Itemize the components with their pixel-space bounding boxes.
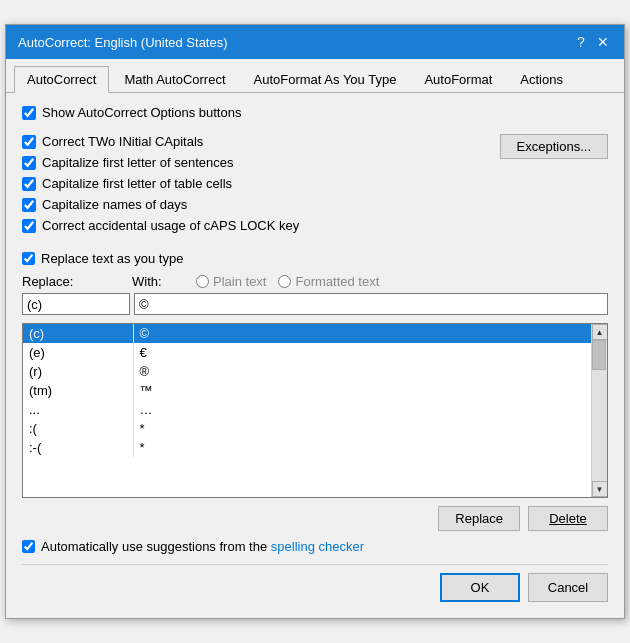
list-item[interactable]: :(* — [23, 419, 591, 438]
tab-autoformat-as-you-type[interactable]: AutoFormat As You Type — [241, 66, 410, 93]
tab-bar: AutoCorrect Math AutoCorrect AutoFormat … — [6, 59, 624, 93]
capitalize-table-cells-label[interactable]: Capitalize first letter of table cells — [42, 176, 232, 191]
tab-autoformat[interactable]: AutoFormat — [411, 66, 505, 93]
list-replace-cell: ... — [23, 400, 133, 419]
autocorrect-list-scroll[interactable]: (c)©(e)€(r)®(tm)™...…:(*:-(* — [23, 324, 591, 497]
autocorrect-dialog: AutoCorrect: English (United States) ? ✕… — [5, 24, 625, 619]
tab-math-autocorrect[interactable]: Math AutoCorrect — [111, 66, 238, 93]
help-button[interactable]: ? — [572, 33, 590, 51]
replace-text-label[interactable]: Replace text as you type — [41, 251, 183, 266]
tab-actions[interactable]: Actions — [507, 66, 576, 93]
left-checkboxes: Correct TWo INitial CApitals Capitalize … — [22, 134, 500, 239]
capitalize-days-label[interactable]: Capitalize names of days — [42, 197, 187, 212]
text-type-radio-group: Plain text Formatted text — [196, 274, 379, 289]
list-replace-cell: (c) — [23, 324, 133, 343]
correct-two-initial-label[interactable]: Correct TWo INitial CApitals — [42, 134, 203, 149]
replace-section: Replace text as you type Replace: With: … — [22, 251, 608, 315]
correct-two-initial-checkbox[interactable] — [22, 135, 36, 149]
plain-text-radio[interactable] — [196, 275, 209, 288]
list-replace-cell: (r) — [23, 362, 133, 381]
list-with-cell: * — [133, 419, 591, 438]
exceptions-button[interactable]: Exceptions... — [500, 134, 608, 159]
plain-text-option[interactable]: Plain text — [196, 274, 266, 289]
tab-autocorrect[interactable]: AutoCorrect — [14, 66, 109, 93]
formatted-text-option[interactable]: Formatted text — [278, 274, 379, 289]
scroll-track — [592, 340, 608, 481]
list-replace-cell: (e) — [23, 343, 133, 362]
list-replace-cell: :( — [23, 419, 133, 438]
replace-labels-row: Replace: With: Plain text Formatted text — [22, 274, 608, 289]
list-item[interactable]: (tm)™ — [23, 381, 591, 400]
list-item[interactable]: (r)® — [23, 362, 591, 381]
autocorrect-list-table: (c)©(e)€(r)®(tm)™...…:(*:-(* — [23, 324, 591, 457]
capitalize-sentences-row: Capitalize first letter of sentences — [22, 155, 500, 170]
capitalize-sentences-checkbox[interactable] — [22, 156, 36, 170]
list-replace-cell: (tm) — [23, 381, 133, 400]
list-with-cell: ™ — [133, 381, 591, 400]
capitalize-sentences-label[interactable]: Capitalize first letter of sentences — [42, 155, 233, 170]
exceptions-container: Exceptions... — [500, 134, 608, 159]
list-with-cell: © — [133, 324, 591, 343]
list-with-cell: € — [133, 343, 591, 362]
list-item[interactable]: ...… — [23, 400, 591, 419]
correct-caps-lock-row: Correct accidental usage of cAPS LOCK ke… — [22, 218, 500, 233]
replace-check-row: Replace text as you type — [22, 251, 608, 266]
bottom-buttons-row: OK Cancel — [22, 564, 608, 606]
list-with-cell: * — [133, 438, 591, 457]
list-replace-cell: :-( — [23, 438, 133, 457]
delete-button[interactable]: Delete — [528, 506, 608, 531]
show-autocorrect-checkbox[interactable] — [22, 106, 36, 120]
auto-suggest-row: Automatically use suggestions from the s… — [22, 539, 608, 554]
show-autocorrect-row: Show AutoCorrect Options buttons — [22, 105, 608, 120]
plain-text-label: Plain text — [213, 274, 266, 289]
title-bar: AutoCorrect: English (United States) ? ✕ — [6, 25, 624, 59]
list-item[interactable]: :-(* — [23, 438, 591, 457]
correct-two-initial-row: Correct TWo INitial CApitals — [22, 134, 500, 149]
cancel-button[interactable]: Cancel — [528, 573, 608, 602]
tab-content: Show AutoCorrect Options buttons Correct… — [6, 93, 624, 618]
replace-input[interactable] — [22, 293, 130, 315]
ok-button[interactable]: OK — [440, 573, 520, 602]
dialog-title: AutoCorrect: English (United States) — [18, 35, 228, 50]
list-item[interactable]: (e)€ — [23, 343, 591, 362]
scroll-thumb[interactable] — [592, 340, 606, 370]
scroll-down-button[interactable]: ▼ — [592, 481, 608, 497]
capitalize-days-row: Capitalize names of days — [22, 197, 500, 212]
scrollbar: ▲ ▼ — [591, 324, 607, 497]
replace-input-row — [22, 293, 608, 315]
list-with-cell: … — [133, 400, 591, 419]
correct-caps-lock-checkbox[interactable] — [22, 219, 36, 233]
scroll-up-button[interactable]: ▲ — [592, 324, 608, 340]
list-with-cell: ® — [133, 362, 591, 381]
list-item[interactable]: (c)© — [23, 324, 591, 343]
title-bar-buttons: ? ✕ — [572, 33, 612, 51]
spelling-checker-link[interactable]: spelling checker — [271, 539, 364, 554]
auto-suggest-label[interactable]: Automatically use suggestions from the s… — [41, 539, 364, 554]
auto-suggest-before: Automatically use suggestions from the — [41, 539, 271, 554]
show-autocorrect-label[interactable]: Show AutoCorrect Options buttons — [42, 105, 241, 120]
capitalize-table-cells-row: Capitalize first letter of table cells — [22, 176, 500, 191]
close-button[interactable]: ✕ — [594, 33, 612, 51]
autocorrect-list-container: (c)©(e)€(r)®(tm)™...…:(*:-(* ▲ ▼ — [22, 323, 608, 498]
replace-label: Replace: — [22, 274, 132, 289]
auto-suggest-checkbox[interactable] — [22, 540, 35, 553]
correct-caps-lock-label[interactable]: Correct accidental usage of cAPS LOCK ke… — [42, 218, 299, 233]
capitalize-days-checkbox[interactable] — [22, 198, 36, 212]
formatted-text-radio[interactable] — [278, 275, 291, 288]
formatted-text-label: Formatted text — [295, 274, 379, 289]
replace-text-checkbox[interactable] — [22, 252, 35, 265]
with-label: With: — [132, 274, 192, 289]
action-buttons-row: Replace Delete — [22, 506, 608, 531]
with-input[interactable] — [134, 293, 608, 315]
replace-button[interactable]: Replace — [438, 506, 520, 531]
capitalize-table-cells-checkbox[interactable] — [22, 177, 36, 191]
